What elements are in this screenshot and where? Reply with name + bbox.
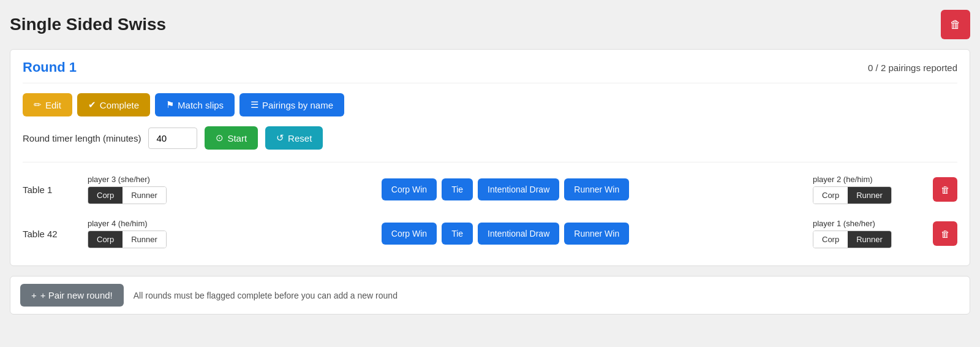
round-header: Round 1 0 / 2 pairings reported bbox=[23, 59, 957, 83]
table-1-right-role-buttons: Corp Runner bbox=[813, 186, 892, 204]
table-1-delete-button[interactable]: 🗑 bbox=[933, 177, 957, 202]
toolbar: ✏ Edit ✔ Complete ⚑ Match slips ☰ Pairin… bbox=[23, 93, 957, 116]
table-42-right-player-name: player 1 (she/her) bbox=[813, 219, 875, 228]
table-1-tie-button[interactable]: Tie bbox=[442, 178, 473, 200]
edit-label: Edit bbox=[45, 100, 61, 110]
table-1-runner-win-button[interactable]: Runner Win bbox=[564, 178, 629, 200]
timer-input[interactable] bbox=[148, 128, 197, 149]
play-icon: ⊙ bbox=[216, 132, 224, 143]
table-42-left-corp-button[interactable]: Corp bbox=[88, 231, 123, 248]
table-42-tie-button[interactable]: Tie bbox=[442, 223, 473, 245]
trash-icon: 🗑 bbox=[941, 229, 950, 239]
pairings-by-name-button[interactable]: ☰ Pairings by name bbox=[239, 93, 344, 116]
table-42-left-player: player 4 (he/him) Corp Runner bbox=[88, 219, 198, 248]
pair-new-round-label: + Pair new round! bbox=[40, 290, 113, 300]
plus-icon: + bbox=[31, 290, 37, 300]
table-1-left-player-name: player 3 (she/her) bbox=[88, 175, 150, 184]
table-1-right-corp-button[interactable]: Corp bbox=[813, 187, 848, 204]
pencil-icon: ✏ bbox=[34, 99, 42, 110]
table-42-intentional-draw-button[interactable]: Intentional Draw bbox=[478, 223, 559, 245]
table-1-label: Table 1 bbox=[23, 185, 78, 195]
table-42-left-runner-button[interactable]: Runner bbox=[123, 231, 166, 248]
round-title: Round 1 bbox=[23, 59, 77, 75]
table-row: Table 42 player 4 (he/him) Corp Runner C… bbox=[23, 214, 957, 253]
tables-section: Table 1 player 3 (she/her) Corp Runner C… bbox=[23, 170, 957, 253]
table-1-intentional-draw-button[interactable]: Intentional Draw bbox=[478, 178, 559, 200]
reset-label: Reset bbox=[288, 133, 312, 143]
pairings-reported: 0 / 2 pairings reported bbox=[868, 63, 957, 73]
list-icon: ☰ bbox=[251, 99, 258, 110]
match-slips-button[interactable]: ⚑ Match slips bbox=[155, 93, 235, 116]
complete-button[interactable]: ✔ Complete bbox=[77, 93, 150, 116]
reset-button[interactable]: ↺ Reset bbox=[265, 126, 323, 150]
complete-label: Complete bbox=[100, 100, 139, 110]
table-1-left-player: player 3 (she/her) Corp Runner bbox=[88, 175, 198, 204]
table-1-right-player: player 2 (he/him) Corp Runner bbox=[813, 175, 923, 204]
table-42-label: Table 42 bbox=[23, 229, 78, 239]
table-42-right-player: player 1 (she/her) Corp Runner bbox=[813, 219, 923, 248]
bottom-message: All rounds must be flagged complete befo… bbox=[134, 291, 398, 300]
round-container: Round 1 0 / 2 pairings reported ✏ Edit ✔… bbox=[10, 49, 970, 266]
timer-label: Round timer length (minutes) bbox=[23, 133, 141, 143]
match-slips-label: Match slips bbox=[178, 100, 224, 110]
flag-icon: ⚑ bbox=[166, 99, 174, 110]
table-42-right-corp-button[interactable]: Corp bbox=[813, 231, 848, 248]
trash-icon: 🗑 bbox=[941, 185, 950, 195]
table-42-right-runner-button[interactable]: Runner bbox=[848, 231, 891, 248]
table-42-result-buttons: Corp Win Tie Intentional Draw Runner Win bbox=[208, 223, 803, 245]
table-1-left-runner-button[interactable]: Runner bbox=[123, 187, 166, 204]
table-row: Table 1 player 3 (she/her) Corp Runner C… bbox=[23, 170, 957, 209]
table-1-right-runner-button[interactable]: Runner bbox=[848, 187, 891, 204]
table-1-left-role-buttons: Corp Runner bbox=[88, 186, 167, 204]
table-1-left-corp-button[interactable]: Corp bbox=[88, 187, 123, 204]
page-title: Single Sided Swiss bbox=[10, 15, 166, 34]
pairings-by-name-label: Pairings by name bbox=[262, 100, 333, 110]
delete-tournament-button[interactable]: 🗑 bbox=[941, 10, 970, 39]
check-icon: ✔ bbox=[88, 99, 96, 110]
bottom-bar: + + Pair new round! All rounds must be f… bbox=[10, 276, 970, 315]
table-1-right-player-name: player 2 (he/him) bbox=[813, 175, 873, 184]
table-42-runner-win-button[interactable]: Runner Win bbox=[564, 223, 629, 245]
start-button[interactable]: ⊙ Start bbox=[205, 126, 258, 150]
timer-row: Round timer length (minutes) ⊙ Start ↺ R… bbox=[23, 126, 957, 150]
pair-new-round-button[interactable]: + + Pair new round! bbox=[20, 284, 124, 307]
table-42-left-player-name: player 4 (he/him) bbox=[88, 219, 148, 228]
table-42-corp-win-button[interactable]: Corp Win bbox=[382, 223, 437, 245]
table-42-right-role-buttons: Corp Runner bbox=[813, 231, 892, 248]
start-label: Start bbox=[227, 133, 247, 143]
edit-button[interactable]: ✏ Edit bbox=[23, 93, 72, 116]
table-42-delete-button[interactable]: 🗑 bbox=[933, 221, 957, 246]
reset-icon: ↺ bbox=[276, 132, 284, 143]
table-1-result-buttons: Corp Win Tie Intentional Draw Runner Win bbox=[208, 178, 803, 200]
trash-icon: 🗑 bbox=[950, 18, 961, 31]
table-42-left-role-buttons: Corp Runner bbox=[88, 231, 167, 248]
table-1-corp-win-button[interactable]: Corp Win bbox=[382, 178, 437, 200]
